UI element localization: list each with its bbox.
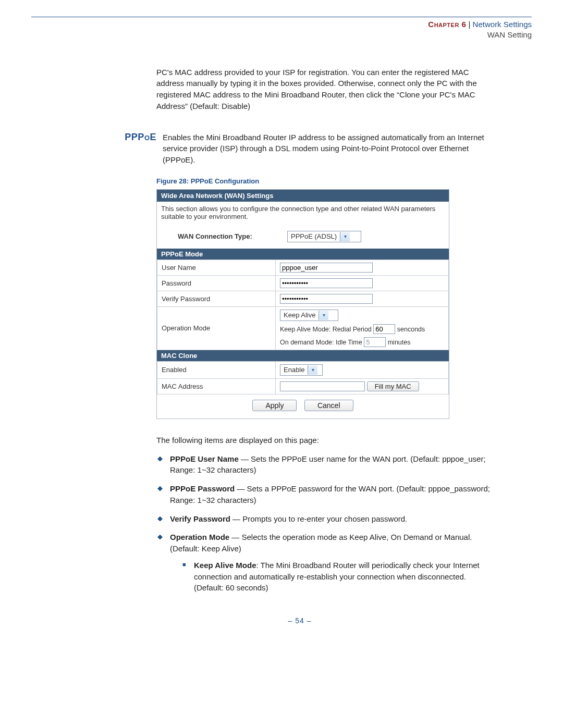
table-row: Operation Mode Keep Alive ▾ Keep Alive M… (157, 306, 449, 350)
table-row: User Name (157, 260, 449, 275)
header-rule (31, 15, 532, 17)
keepalive-unit: senconds (397, 326, 425, 333)
sub-list-item: Keep Alive Mode: The Mini Broadband Rout… (182, 560, 495, 594)
mac-enabled-label: Enabled (157, 361, 276, 378)
ondemand-label: On demand Mode: Idle Time (280, 339, 362, 346)
mac-address-label: MAC Address (157, 378, 276, 394)
chevron-down-icon: ▾ (308, 365, 317, 375)
pppoe-mode-table: User Name Password Verify Password Opera… (157, 260, 449, 350)
apply-button[interactable]: Apply (252, 400, 297, 411)
chevron-down-icon: ▾ (340, 232, 350, 241)
pppoe-body: Enables the Mini Broadband Router IP add… (163, 132, 495, 166)
redial-period-input[interactable] (373, 324, 395, 334)
wan-conn-type-label: WAN Connection Type: (178, 232, 287, 240)
table-row: Verify Password (157, 291, 449, 306)
page-header: Chapter 6 | Network Settings WAN Setting (0, 19, 532, 41)
verify-password-input[interactable] (280, 294, 373, 304)
operation-mode-label: Operation Mode (157, 306, 276, 350)
following-items-text: The following items are displayed on thi… (156, 435, 495, 446)
chevron-down-icon: ▾ (319, 311, 328, 320)
wan-conn-type-select[interactable]: PPPoE (ADSL) ▾ (287, 231, 361, 242)
keepalive-label: Keep Alive Mode: Redial Period (280, 326, 372, 333)
mac-address-input[interactable] (280, 381, 365, 391)
operation-mode-select[interactable]: Keep Alive ▾ (280, 310, 338, 321)
panel-title: Wide Area Network (WAN) Settings (157, 190, 449, 202)
verify-password-label: Verify Password (157, 291, 276, 306)
list-item: PPPoE Password — Sets a PPPoE password f… (156, 483, 495, 506)
panel-description: This section allows you to configure the… (157, 202, 449, 226)
chapter-label: Chapter 6 (428, 20, 466, 29)
password-label: Password (157, 275, 276, 291)
pppoe-heading: PPPoE (104, 132, 163, 143)
table-row: MAC Address Fill my MAC (157, 378, 449, 394)
username-label: User Name (157, 260, 276, 275)
list-item: Operation Mode — Selects the operation m… (156, 532, 495, 594)
mac-clone-header: MAC Clone (157, 350, 449, 361)
intro-paragraph: PC's MAC address provided to your ISP fo… (156, 67, 495, 112)
wan-settings-panel: Wide Area Network (WAN) Settings This se… (156, 189, 449, 419)
list-item: Verify Password — Prompts you to re-ente… (156, 513, 495, 525)
mac-enabled-value: Enable (280, 366, 308, 374)
mac-enabled-select[interactable]: Enable ▾ (280, 364, 323, 376)
page-number: – 54 – (104, 616, 495, 625)
section-title: Network Settings (473, 20, 532, 29)
header-sep: | (466, 20, 472, 29)
wan-conn-type-value: PPPoE (ADSL) (288, 232, 340, 240)
table-row: Enabled Enable ▾ (157, 361, 449, 378)
password-input[interactable] (280, 278, 373, 288)
mac-clone-table: Enabled Enable ▾ MAC Address Fill my MAC (157, 361, 449, 394)
list-item: PPPoE User Name — Sets the PPPoE user na… (156, 453, 495, 476)
idle-time-input[interactable] (364, 337, 386, 347)
cancel-button[interactable]: Cancel (304, 400, 353, 411)
table-row: Password (157, 275, 449, 291)
figure-caption: Figure 28: PPPoE Configuration (156, 177, 495, 185)
pppoe-mode-header: PPPoE Mode (157, 249, 449, 260)
item-list: PPPoE User Name — Sets the PPPoE user na… (156, 453, 495, 594)
fill-my-mac-button[interactable]: Fill my MAC (367, 381, 419, 391)
ondemand-unit: minutes (388, 339, 411, 346)
username-input[interactable] (280, 263, 373, 273)
operation-mode-value: Keep Alive (280, 311, 319, 319)
subsection-title: WAN Setting (487, 30, 532, 39)
